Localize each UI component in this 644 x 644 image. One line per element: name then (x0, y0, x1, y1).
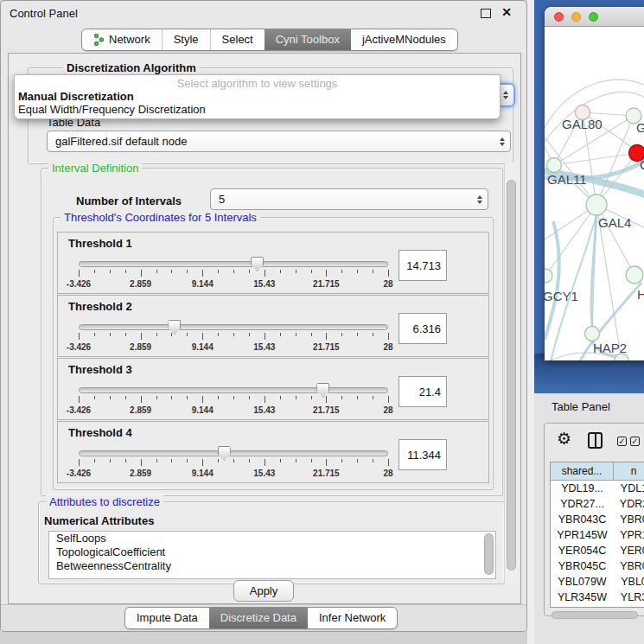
tab-jactivemnodules[interactable]: jActiveMNodules (351, 29, 457, 50)
attribute-item-betweennesscentrality[interactable]: BetweennessCentrality (49, 559, 495, 573)
node-attribute-table[interactable]: shared...n YDL19...YDL1YDR27...YDR2YBR04… (550, 462, 644, 608)
minimize-light[interactable] (571, 12, 581, 22)
table-row[interactable]: YER054CYER0 (551, 543, 644, 558)
close-light[interactable] (554, 12, 564, 22)
attribute-item-selfloops[interactable]: SelfLoops (49, 532, 495, 545)
tab-infer-network[interactable]: Infer Network (308, 608, 397, 628)
numerical-attributes-list[interactable]: SelfLoopsTopologicalCoefficientBetweenne… (48, 531, 496, 579)
threshold-value-field[interactable]: 6.316 (399, 313, 447, 344)
slider-tick (357, 396, 358, 399)
table-row[interactable]: YIL052CYIL0 (551, 605, 644, 608)
column-header-1[interactable]: shared... (551, 462, 614, 481)
table-row[interactable]: YLR345WYLR3 (551, 590, 644, 605)
slider-tick (296, 459, 296, 462)
tab-style[interactable]: Style (162, 29, 210, 50)
slider-tick (187, 270, 188, 273)
apply-button[interactable]: Apply (233, 580, 294, 602)
slider-tick-labels: -3.4262.8599.14415.4321.71528 (79, 405, 388, 416)
split-table-icon[interactable] (588, 432, 603, 449)
slider-tick (141, 333, 142, 340)
slider-tick (218, 459, 219, 462)
table-row[interactable]: YDR27...YDR2 (551, 496, 644, 512)
threshold-slider[interactable]: -3.4262.8599.14415.4321.71528 (79, 320, 388, 354)
list-scrollbar[interactable] (484, 533, 494, 575)
panel-vertical-scrollbar[interactable] (504, 163, 518, 583)
slider-tick (249, 333, 250, 336)
tab-impute-data[interactable]: Impute Data (125, 608, 209, 628)
number-of-intervals-combobox[interactable]: 5 (210, 188, 488, 210)
slider-tick (280, 270, 281, 273)
table-cell: YBL0 (614, 574, 644, 590)
slider-tick (156, 333, 157, 336)
algorithm-option-manual-discretization[interactable]: Manual Discretization (15, 90, 500, 103)
column-header-2[interactable]: n (614, 462, 644, 481)
table-row[interactable]: YDL19...YDL1 (551, 481, 644, 496)
threshold-value-field[interactable]: 21.4 (399, 376, 447, 407)
threshold-slider[interactable]: -3.4262.8599.14415.4321.71528 (79, 257, 388, 291)
threshold-panel-threshold-4: Threshold 4-3.4262.8599.14415.4321.71528… (57, 421, 489, 483)
slider-tick (79, 396, 80, 403)
network-node-label: GAL80 (562, 117, 603, 131)
slider-tick (233, 270, 234, 273)
slider-tick-label: 9.144 (192, 279, 214, 289)
checkbox-icon[interactable]: ✓ (630, 437, 640, 446)
table-cell: YBL079W (551, 574, 614, 590)
slider-tick (233, 396, 234, 399)
tab-discretize-data[interactable]: Discretize Data (209, 608, 308, 628)
tab-cyni-toolbox[interactable]: Cyni Toolbox (265, 29, 351, 50)
threshold-value-field[interactable]: 14.713 (399, 250, 447, 281)
table-cell: YLR3 (614, 590, 644, 605)
table-data-combobox[interactable]: galFiltered.sif default node (47, 131, 511, 152)
combo-arrows-icon (500, 137, 505, 146)
attribute-item-topologicalcoefficient[interactable]: TopologicalCoefficient (49, 545, 495, 559)
network-node-hap2[interactable] (585, 327, 600, 341)
close-icon[interactable]: ✕ (501, 5, 512, 19)
panel-divider[interactable] (527, 0, 534, 644)
screenshot-root: Control Panel ✕ NetworkStyleSelectCyni T… (0, 0, 644, 644)
network-node-gcy1[interactable] (545, 269, 552, 283)
slider-tick (280, 396, 281, 399)
slider-track[interactable] (79, 324, 388, 330)
threshold-slider[interactable]: -3.4262.8599.14415.4321.71528 (79, 446, 388, 481)
slider-tick (141, 396, 142, 403)
tab-select[interactable]: Select (210, 29, 265, 50)
float-window-icon[interactable] (481, 9, 491, 18)
zoom-light[interactable] (589, 12, 598, 22)
table-row[interactable]: YPR145WYPR1 (551, 527, 644, 543)
tab-label: jActiveMNodules (362, 29, 446, 50)
threshold-panel-threshold-1: Threshold 1-3.4262.8599.14415.4321.71528… (57, 232, 489, 294)
algorithm-option-equal-width-frequency-discretization[interactable]: Equal Width/Frequency Discretization (15, 103, 500, 116)
slider-tick-label: -3.426 (67, 469, 91, 478)
slider-tick (94, 396, 95, 399)
slider-tick-label: 2.859 (130, 405, 151, 415)
slider-tick (110, 396, 111, 399)
scrollbar-thumb[interactable] (552, 611, 638, 619)
slider-tick-label: 21.715 (313, 279, 340, 289)
threshold-slider[interactable]: -3.4262.8599.14415.4321.71528 (79, 383, 388, 418)
network-node-gal4[interactable] (586, 194, 607, 215)
slider-tick-label: 9.144 (192, 342, 214, 352)
gear-icon[interactable]: ⚙ (557, 429, 571, 448)
slider-track[interactable] (79, 387, 388, 393)
popup-hint: Select algorithm to view settings (15, 77, 500, 90)
network-node-gal11[interactable] (547, 158, 562, 173)
slider-track[interactable] (79, 450, 388, 456)
slider-tick (311, 333, 312, 336)
slider-tick-label: 28 (383, 279, 392, 289)
slider-ticks (79, 459, 388, 467)
network-node-h[interactable] (626, 266, 643, 284)
table-row[interactable]: YBL079WYBL0 (551, 574, 644, 590)
checkbox-icon[interactable]: ✓ (617, 437, 627, 446)
table-row[interactable]: YBR045CYBR0 (551, 558, 644, 574)
scrollbar-thumb[interactable] (507, 180, 516, 571)
slider-track[interactable] (79, 261, 388, 267)
slider-tick (125, 396, 126, 399)
threshold-panel-threshold-3: Threshold 3-3.4262.8599.14415.4321.71528… (57, 358, 489, 420)
tab-network[interactable]: Network (82, 29, 162, 50)
slider-tick (265, 396, 265, 403)
table-row[interactable]: YBR043CYBR0 (551, 512, 644, 527)
table-horizontal-scrollbar[interactable] (550, 611, 644, 619)
threshold-value-field[interactable]: 11.344 (399, 439, 447, 470)
network-graph-canvas[interactable]: GAL80GGAL11CGAL4GCY1HHAP2 (545, 27, 644, 360)
tab-label: Cyni Toolbox (276, 29, 340, 50)
